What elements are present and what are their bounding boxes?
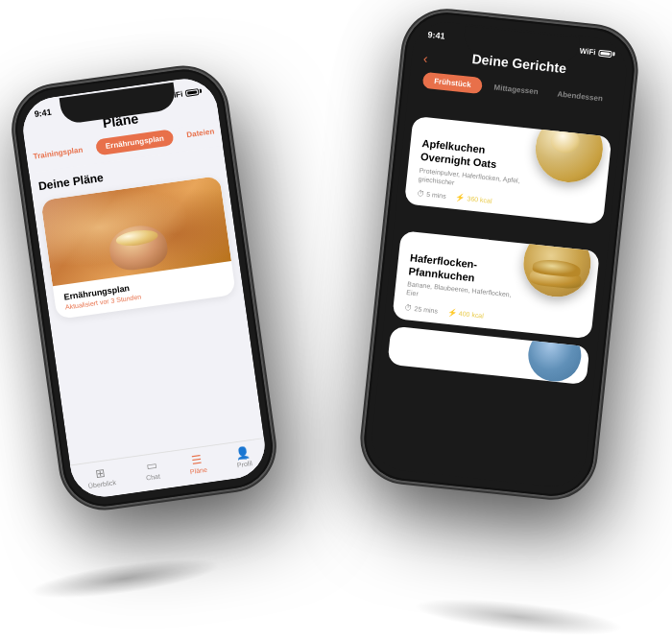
screen-left: 9:41 ▌▌▌ WiFi Pläne (19, 75, 269, 501)
battery-left (185, 87, 203, 96)
phone-right: 9:41 ▌▌▌ WiFi ‹ De (360, 9, 638, 500)
clock-icon-2: ⏱ (404, 303, 413, 313)
nav-label-plane: Pläne (189, 466, 207, 475)
grid-icon: ⊞ (95, 467, 107, 480)
phone-left-shadow (28, 551, 222, 606)
recipe-kcal-2: ⚡ 400 kcal (447, 307, 485, 320)
recipe-card-2[interactable]: Haferflocken-Pfannkuchen Banane, Blaubee… (392, 230, 599, 339)
nav-label-chat: Chat (146, 473, 161, 482)
recipe-kcal-1: ⚡ 360 kcal (455, 193, 492, 205)
time-right: 9:41 (427, 30, 445, 41)
page-title-right: Deine Gerichte (471, 51, 567, 76)
nav-item-uberblick[interactable]: ⊞ Überblick (86, 465, 117, 489)
screen-right: 9:41 ▌▌▌ WiFi ‹ De (369, 19, 630, 490)
nav-label-uberblick: Überblick (87, 479, 116, 489)
nav-item-chat[interactable]: ▭ Chat (144, 460, 161, 482)
clock-icon-1: ⏱ (417, 188, 425, 198)
recipe-image-2 (520, 230, 594, 300)
recipe-card-1[interactable]: Apfelkuchen Overnight Oats Proteinpulver… (404, 116, 612, 225)
kcal-icon-1: ⚡ (455, 193, 466, 202)
back-button[interactable]: ‹ (422, 51, 428, 66)
kcal-icon-2: ⚡ (447, 307, 458, 317)
recipe-time-2: ⏱ 25 mins (404, 303, 438, 316)
oat-bowl-image (532, 116, 606, 186)
time-left: 9:41 (34, 107, 52, 119)
wifi-icon-right: WiFi (579, 46, 596, 57)
nav-item-profil[interactable]: 👤 Profil (234, 446, 252, 468)
pancake-food-image (520, 230, 594, 300)
battery-right (598, 49, 615, 58)
recipes-list: Apfelkuchen Overnight Oats Proteinpulver… (369, 96, 621, 489)
food-bowl-image (107, 222, 170, 273)
profil-icon: 👤 (235, 446, 252, 460)
plan-card[interactable]: Ernährungsplan Aktualisiert vor 3 Stunde… (40, 176, 236, 320)
chat-icon: ▭ (146, 460, 158, 472)
wifi-icon-left: WiFi (166, 89, 183, 100)
signal-icon-left: ▌▌▌ (149, 93, 164, 102)
phone-left: 9:41 ▌▌▌ WiFi Pläne (10, 64, 277, 511)
plane-icon: ☰ (191, 453, 204, 465)
signal-icon-right: ▌▌▌ (563, 45, 578, 54)
phone-right-shadow (412, 592, 625, 641)
recipe-time-1: ⏱ 5 mins (417, 188, 446, 200)
nav-item-plane[interactable]: ☰ Pläne (188, 453, 208, 475)
nav-label-profil: Profil (236, 460, 252, 468)
recipe-image-1 (532, 116, 606, 186)
scene: 9:41 ▌▌▌ WiFi Pläne (0, 0, 672, 641)
content-left: Deine Pläne Ernährungsplan Aktualisiert … (29, 146, 264, 464)
status-icons-right: ▌▌▌ WiFi (563, 44, 615, 59)
